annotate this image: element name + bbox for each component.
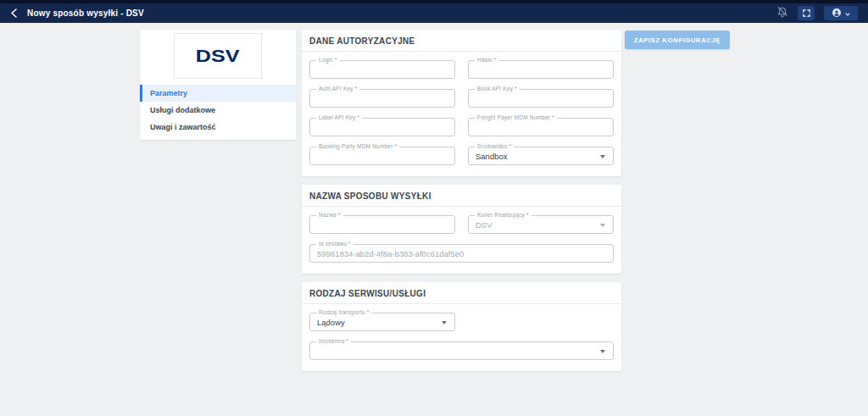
field-label: Id zestawu * bbox=[316, 241, 353, 247]
sidebar-item-label: Usługi dodatkowe bbox=[150, 106, 215, 114]
field-label: Nazwa * bbox=[316, 212, 343, 218]
field-label: Freight Payer MDM Number * bbox=[475, 114, 557, 120]
book-api-key-field[interactable]: Book API Key * bbox=[468, 89, 614, 108]
chevron-down-icon bbox=[442, 321, 447, 324]
carrier-logo: DSV bbox=[174, 33, 262, 79]
field-label: Auth API Key * bbox=[316, 86, 359, 92]
chevron-down-icon bbox=[600, 350, 605, 353]
form-column: DANE AUTORYZACYJNE Login * Hasło * Auth … bbox=[302, 30, 621, 380]
kurier-realizujacy-select: Kurier Realizujący * DSV bbox=[468, 215, 614, 234]
section-nazwa-sposobu-wysylki: NAZWA SPOSOBU WYSYŁKI Nazwa * Kurier Rea… bbox=[302, 185, 621, 274]
sidebar-item-label: Uwagi i zawartość bbox=[150, 123, 216, 131]
section-title: RODZAJ SERWISU/USŁUGI bbox=[302, 282, 621, 304]
booking-party-mdm-number-field[interactable]: Booking Party MDM Number * bbox=[309, 147, 455, 165]
account-menu-button[interactable] bbox=[824, 6, 858, 20]
id-zestawu-field: Id zestawu * 59981834-ab2d-4f8a-b383-af0… bbox=[309, 244, 614, 263]
rodzaj-transportu-select[interactable]: Rodzaj transportu * Lądowy bbox=[309, 313, 455, 331]
field-label: Rodzaj transportu * bbox=[316, 309, 371, 315]
freight-payer-mdm-number-field[interactable]: Freight Payer MDM Number * bbox=[468, 118, 614, 136]
field-value: Sandbox bbox=[469, 147, 613, 165]
dsv-logo: DSV bbox=[196, 46, 240, 67]
field-label: Booking Party MDM Number * bbox=[316, 143, 399, 149]
save-configuration-button[interactable]: ZAPISZ KONFIGURACJĘ bbox=[625, 31, 730, 49]
field-label: Book API Key * bbox=[475, 86, 520, 92]
field-value: Lądowy bbox=[310, 313, 454, 331]
section-title: DANE AUTORYZACYJNE bbox=[302, 30, 621, 52]
sidebar-item-parametry[interactable]: Parametry bbox=[140, 85, 296, 102]
nazwa-field[interactable]: Nazwa * bbox=[309, 215, 455, 234]
section-title: NAZWA SPOSOBU WYSYŁKI bbox=[302, 185, 621, 207]
field-label: Login * bbox=[316, 57, 340, 63]
fullscreen-button[interactable] bbox=[798, 6, 815, 20]
sidebar-item-uslugi-dodatkowe[interactable]: Usługi dodatkowe bbox=[140, 102, 296, 119]
field-value: DSV bbox=[469, 216, 613, 234]
field-label: Label API Key * bbox=[316, 114, 362, 120]
bell-off-icon bbox=[776, 6, 788, 21]
chevron-left-icon bbox=[10, 6, 18, 21]
section-rodzaj-serwisu-uslugi: RODZAJ SERWISU/USŁUGI Rodzaj transportu … bbox=[302, 282, 621, 371]
field-label: Hasło * bbox=[475, 57, 498, 63]
chevron-down-icon bbox=[844, 6, 851, 21]
srodowisko-select[interactable]: Środowisko * Sandbox bbox=[468, 147, 614, 165]
label-api-key-field[interactable]: Label API Key * bbox=[309, 118, 455, 136]
sidebar-item-label: Parametry bbox=[150, 89, 187, 97]
chevron-down-icon bbox=[600, 155, 605, 158]
field-label: Środowisko * bbox=[475, 143, 514, 149]
fullscreen-icon bbox=[802, 6, 811, 21]
notifications-button[interactable] bbox=[776, 6, 788, 21]
sidebar-item-uwagi-i-zawartosc[interactable]: Uwagi i zawartość bbox=[140, 119, 296, 136]
page-title: Nowy sposób wysyłki - DSV bbox=[27, 8, 144, 18]
login-field[interactable]: Login * bbox=[309, 60, 455, 79]
incoterms-select[interactable]: Incoterms * bbox=[309, 341, 614, 360]
section-dane-autoryzacyjne: DANE AUTORYZACYJNE Login * Hasło * Auth … bbox=[302, 30, 621, 176]
back-button[interactable] bbox=[10, 6, 18, 21]
field-label: Kurier Realizujący * bbox=[475, 212, 531, 218]
auth-api-key-field[interactable]: Auth API Key * bbox=[309, 89, 455, 108]
sidebar: DSV Parametry Usługi dodatkowe Uwagi i z… bbox=[140, 30, 296, 140]
account-circle-icon bbox=[832, 6, 842, 21]
haslo-field[interactable]: Hasło * bbox=[468, 60, 614, 79]
field-value: 59981834-ab2d-4f8a-b383-af0c61daf5e0 bbox=[310, 245, 613, 263]
chevron-down-icon bbox=[600, 224, 605, 227]
top-bar: Nowy sposób wysyłki - DSV bbox=[0, 0, 868, 23]
field-label: Incoterms * bbox=[316, 338, 351, 344]
